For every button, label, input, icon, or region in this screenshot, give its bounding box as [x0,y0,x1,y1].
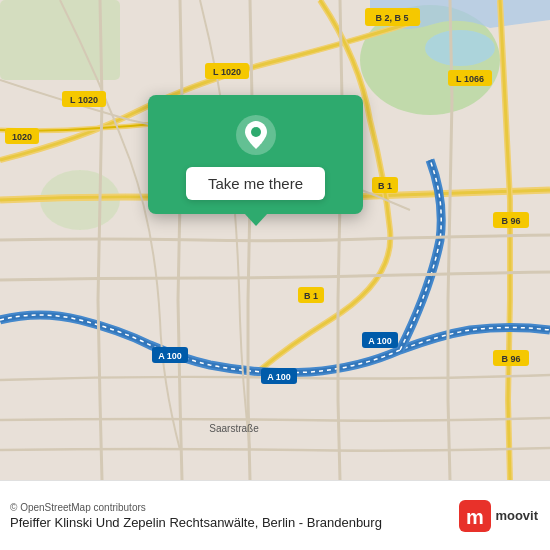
svg-text:A 100: A 100 [368,336,392,346]
svg-text:B 96: B 96 [501,216,520,226]
svg-text:L 1020: L 1020 [70,95,98,105]
svg-text:A 100: A 100 [158,351,182,361]
svg-text:A 100: A 100 [267,372,291,382]
moovit-logo: m moovit [459,500,538,532]
location-pin-icon [234,113,278,157]
svg-text:B 2, B 5: B 2, B 5 [375,13,408,23]
place-name: Pfeiffer Klinski Und Zepelin Rechtsanwäl… [10,515,382,530]
map-container: B 2, B 5 L 1020 L 1020 L 1066 1020 B 1 B… [0,0,550,480]
copyright-text: © OpenStreetMap contributors [10,502,382,513]
svg-text:B 1: B 1 [378,181,392,191]
bottom-info: © OpenStreetMap contributors Pfeiffer Kl… [10,502,382,530]
svg-text:B 1: B 1 [304,291,318,301]
moovit-text: moovit [495,508,538,523]
svg-text:m: m [466,506,484,528]
svg-text:B 96: B 96 [501,354,520,364]
map-popup: Take me there [148,95,363,214]
bottom-bar: © OpenStreetMap contributors Pfeiffer Kl… [0,480,550,550]
svg-text:1020: 1020 [12,132,32,142]
svg-text:L 1066: L 1066 [456,74,484,84]
svg-point-31 [251,127,261,137]
svg-point-4 [425,30,495,66]
svg-text:L 1020: L 1020 [213,67,241,77]
moovit-icon: m [459,500,491,532]
svg-text:Saarstraße: Saarstraße [209,423,259,434]
take-me-there-button[interactable]: Take me there [186,167,325,200]
